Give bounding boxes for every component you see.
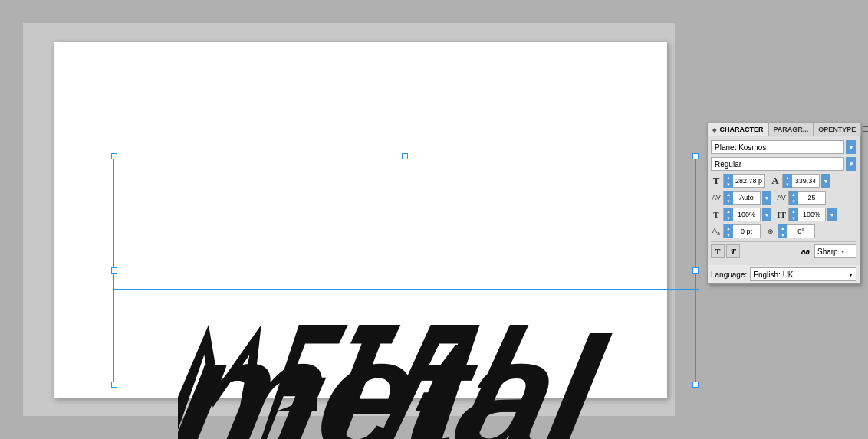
- baseline-up[interactable]: ▲: [724, 224, 733, 231]
- font-style-select[interactable]: Regular: [711, 157, 844, 171]
- font-style-row: Regular ▼: [711, 157, 856, 171]
- antialiasing-value: Sharp: [817, 247, 838, 256]
- metal-text-svg: metal: [178, 280, 753, 440]
- vscale-value: 100%: [798, 211, 825, 218]
- baseline-guide: [113, 289, 699, 290]
- font-size-value: 282.78 p: [733, 177, 764, 185]
- handle-bottom-right[interactable]: [692, 382, 699, 388]
- t-button-serif[interactable]: T: [711, 244, 725, 258]
- antialiasing-row: T T aa Sharp ▼: [711, 244, 856, 258]
- font-style-arrow[interactable]: ▼: [846, 157, 856, 171]
- kerning-arrows[interactable]: ▲ ▼: [724, 191, 733, 205]
- panel-collapse-button[interactable]: [861, 123, 868, 136]
- handle-mid-left[interactable]: [111, 267, 117, 274]
- kerning-spinbox[interactable]: ▲ ▼ Auto: [723, 191, 761, 205]
- handle-top-left[interactable]: [111, 153, 117, 159]
- tab-opentype-label: OPENTYPE: [818, 126, 856, 133]
- tracking-down[interactable]: ▼: [789, 198, 798, 205]
- handle-top-right[interactable]: [692, 153, 699, 159]
- tab-paragraph[interactable]: PARAGR...: [769, 123, 814, 136]
- baseline-spinbox[interactable]: ▲ ▼ 0 pt: [723, 224, 761, 238]
- font-family-row: Planet Kosmos ▼: [711, 140, 856, 154]
- font-style-value: Regular: [715, 160, 741, 169]
- canvas-area: metal: [23, 23, 675, 416]
- hscale-arrow[interactable]: ▼: [762, 208, 771, 221]
- font-size-arrows[interactable]: ▲ ▼: [724, 174, 733, 188]
- selection-box: metal: [113, 156, 696, 385]
- language-row: Language: English: UK ▼: [708, 265, 860, 283]
- language-label: Language:: [711, 270, 747, 279]
- tracking-spinbox[interactable]: ▲ ▼ 25: [788, 191, 826, 205]
- leading-icon: A: [770, 175, 781, 187]
- rotation-down[interactable]: ▼: [778, 231, 787, 238]
- tracking-value: 25: [798, 194, 825, 201]
- svg-text:metal: metal: [178, 303, 620, 439]
- kerning-icon: AV: [711, 194, 722, 201]
- baseline-down[interactable]: ▼: [724, 231, 733, 238]
- font-size-icon: T: [711, 175, 722, 187]
- kerning-value: Auto: [733, 194, 760, 201]
- rotation-icon: ⊕: [765, 228, 776, 235]
- tracking-arrows[interactable]: ▲ ▼: [789, 191, 798, 205]
- language-arrow[interactable]: ▼: [848, 272, 853, 277]
- baseline-arrows[interactable]: ▲ ▼: [724, 224, 733, 238]
- vscale-icon: IT: [776, 210, 787, 219]
- baseline-rotation-row: Aa ▲ ▼ 0 pt ⊕ ▲ ▼ 0°: [711, 224, 856, 238]
- font-size-up[interactable]: ▲: [724, 174, 733, 181]
- hscale-arrows[interactable]: ▲ ▼: [724, 208, 733, 221]
- tab-character-label: CHARACTER: [720, 126, 764, 133]
- handle-bottom-left[interactable]: [111, 382, 117, 388]
- t-button-fancy[interactable]: T: [726, 244, 740, 258]
- leading-arrow[interactable]: ▼: [821, 174, 830, 188]
- vscale-down[interactable]: ▼: [789, 215, 798, 221]
- hscale-icon: T: [711, 210, 722, 219]
- kerning-up[interactable]: ▲: [724, 191, 733, 198]
- leading-arrows[interactable]: ▲ ▼: [783, 174, 792, 188]
- tracking-up[interactable]: ▲: [789, 191, 798, 198]
- leading-spinbox[interactable]: ▲ ▼ 339.34: [782, 174, 820, 188]
- antialiasing-arrow[interactable]: ▼: [840, 249, 846, 254]
- vscale-arrow[interactable]: ▼: [827, 208, 837, 221]
- canvas-page: metal: [54, 42, 667, 398]
- hscale-spinbox[interactable]: ▲ ▼ 100%: [723, 208, 761, 221]
- antialiasing-select[interactable]: Sharp ▼: [814, 244, 856, 258]
- vscale-arrows[interactable]: ▲ ▼: [789, 208, 798, 221]
- leading-down[interactable]: ▼: [783, 181, 792, 188]
- font-family-value: Planet Kosmos: [715, 143, 766, 152]
- rotation-value: 0°: [787, 228, 814, 235]
- antialiasing-label: aa: [801, 247, 810, 256]
- handle-bottom-center[interactable]: [402, 382, 408, 388]
- rotation-up[interactable]: ▲: [778, 224, 787, 231]
- size-leading-row: T ▲ ▼ 282.78 p A ▲ ▼ 339.34 ▼: [711, 174, 856, 188]
- kerning-arrow[interactable]: ▼: [762, 191, 771, 205]
- vscale-up[interactable]: ▲: [789, 208, 798, 215]
- panel-divider: [711, 241, 856, 242]
- tab-character[interactable]: CHARACTER: [708, 123, 769, 136]
- hscale-value: 100%: [733, 211, 760, 218]
- kerning-down[interactable]: ▼: [724, 198, 733, 205]
- leading-value: 339.34: [792, 177, 819, 185]
- language-value: English: UK: [753, 270, 793, 279]
- handle-mid-right[interactable]: [692, 267, 699, 274]
- tab-paragraph-label: PARAGR...: [774, 126, 809, 133]
- tab-opentype[interactable]: OPENTYPE: [814, 123, 861, 136]
- character-panel: CHARACTER PARAGR... OPENTYPE Planet Kosm…: [707, 123, 860, 284]
- baseline-value: 0 pt: [733, 228, 760, 235]
- scale-row: T ▲ ▼ 100% ▼ IT ▲ ▼ 100% ▼: [711, 208, 856, 221]
- baseline-icon: Aa: [711, 227, 722, 236]
- hscale-down[interactable]: ▼: [724, 215, 733, 221]
- rotation-arrows[interactable]: ▲ ▼: [778, 224, 787, 238]
- font-family-select[interactable]: Planet Kosmos: [711, 140, 844, 154]
- font-size-spinbox[interactable]: ▲ ▼ 282.78 p: [723, 174, 765, 188]
- font-family-arrow[interactable]: ▼: [846, 140, 856, 154]
- rotation-spinbox[interactable]: ▲ ▼ 0°: [778, 224, 815, 238]
- leading-up[interactable]: ▲: [783, 174, 792, 181]
- panel-body: Planet Kosmos ▼ Regular ▼ T ▲ ▼ 282.78 p: [708, 136, 860, 265]
- vscale-spinbox[interactable]: ▲ ▼ 100%: [788, 208, 826, 221]
- font-size-down[interactable]: ▼: [724, 181, 733, 188]
- metal-text-container: metal: [174, 270, 757, 439]
- tracking-icon: AV: [776, 194, 787, 201]
- handle-top-center[interactable]: [402, 153, 408, 159]
- language-select[interactable]: English: UK ▼: [750, 267, 856, 281]
- hscale-up[interactable]: ▲: [724, 208, 733, 215]
